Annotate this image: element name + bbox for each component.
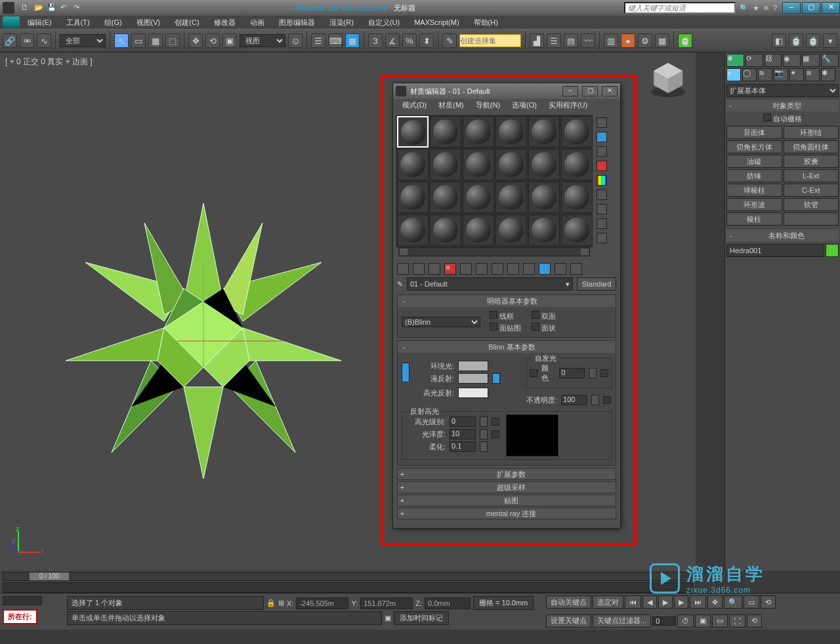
- rollout-toggle[interactable]: -: [726, 102, 734, 110]
- autokey-button[interactable]: 自动关键点: [546, 595, 591, 609]
- make-unique-icon[interactable]: [476, 263, 488, 275]
- align-icon[interactable]: ☰: [547, 33, 561, 48]
- maxscript-mini-listener[interactable]: [3, 596, 42, 605]
- 2sided-checkbox[interactable]: [532, 311, 539, 319]
- isolate-icon[interactable]: ▣: [385, 614, 391, 622]
- lock-icon[interactable]: 🔒: [266, 599, 276, 607]
- layers-icon[interactable]: ▤: [564, 33, 578, 48]
- selected-button[interactable]: 选定对: [593, 595, 623, 609]
- rollout-toggle[interactable]: -: [726, 231, 734, 239]
- go-parent-icon[interactable]: [555, 263, 566, 275]
- objtype-button[interactable]: 切角圆柱体: [784, 140, 839, 153]
- sample-slot[interactable]: [528, 116, 560, 148]
- get-material-icon[interactable]: [397, 263, 409, 275]
- category-select[interactable]: 扩展基本体: [726, 84, 839, 97]
- objtype-button[interactable]: C-Ext: [784, 184, 839, 197]
- keyfilter-button[interactable]: 关键点过滤器...: [593, 614, 651, 628]
- add-time-tag[interactable]: 添加时间标记: [394, 611, 449, 625]
- matmap-nav-icon[interactable]: [597, 233, 607, 243]
- time-slider[interactable]: 0 / 100: [3, 572, 693, 581]
- schematic-icon[interactable]: ▥: [604, 33, 618, 48]
- undo-icon[interactable]: ↶: [60, 3, 70, 12]
- selfillum-color-checkbox[interactable]: [530, 369, 537, 377]
- objtype-button[interactable]: 球棱柱: [726, 184, 782, 197]
- sample-slot[interactable]: [561, 214, 593, 246]
- pivot-icon[interactable]: ⊙: [288, 33, 303, 48]
- menu-rendering[interactable]: 渲染(R): [323, 16, 360, 29]
- sample-slot[interactable]: [495, 214, 527, 246]
- sample-slot[interactable]: [463, 214, 494, 246]
- selfillum-map-button[interactable]: [600, 369, 608, 377]
- rollout-toggle[interactable]: -: [400, 297, 408, 305]
- angle-snap-icon[interactable]: ∡: [385, 33, 400, 48]
- help-search-input[interactable]: [624, 2, 736, 14]
- show-end-icon[interactable]: [539, 263, 551, 275]
- mateditor-minimize-button[interactable]: –: [562, 86, 578, 96]
- rendered-frame-icon[interactable]: ▦: [655, 33, 669, 48]
- objtype-button[interactable]: 切角长方体: [726, 140, 782, 153]
- sample-slot[interactable]: [463, 149, 494, 180]
- open-icon[interactable]: 📂: [34, 3, 43, 12]
- make-copy-icon[interactable]: [460, 263, 472, 275]
- gloss-spinner[interactable]: 10: [450, 429, 476, 439]
- redo-icon[interactable]: ↷: [74, 3, 83, 12]
- sample-slot[interactable]: [528, 214, 560, 246]
- mateditor-maximize-button[interactable]: ▢: [582, 86, 598, 96]
- sample-slot[interactable]: [430, 116, 461, 148]
- tab-modify[interactable]: ⟳: [746, 54, 763, 67]
- video-color-icon[interactable]: [597, 175, 607, 186]
- object-name-input[interactable]: [726, 244, 824, 257]
- sample-slot[interactable]: [463, 116, 494, 148]
- menu-tools[interactable]: 工具(T): [60, 16, 96, 29]
- objtype-button[interactable]: 胶囊: [784, 155, 839, 168]
- search-icon[interactable]: 🔍: [740, 4, 749, 12]
- menu-customize[interactable]: 自定义(U): [362, 16, 406, 29]
- sample-slot[interactable]: [397, 116, 429, 148]
- spacewarps-icon[interactable]: ≋: [805, 68, 820, 81]
- coord-display-icon[interactable]: ⊞: [278, 599, 284, 607]
- rollout-supersample[interactable]: +超级采样: [397, 481, 616, 493]
- move-icon[interactable]: ✥: [188, 33, 203, 48]
- lock-ambient-diffuse-icon[interactable]: [402, 363, 410, 382]
- object-color-swatch[interactable]: [826, 244, 839, 257]
- menu-create[interactable]: 创建(C): [168, 16, 205, 29]
- rollout-maps[interactable]: +贴图: [397, 494, 616, 506]
- help-icon[interactable]: ?: [773, 4, 777, 12]
- select-icon[interactable]: ↖: [114, 33, 129, 48]
- setkey-button[interactable]: 设置关键点: [546, 614, 591, 628]
- tab-create[interactable]: ✺: [726, 54, 744, 67]
- link-icon[interactable]: 🔗: [3, 33, 17, 48]
- nav-zoomext-icon[interactable]: ▣: [695, 614, 711, 628]
- put-to-scene-icon[interactable]: [413, 263, 425, 275]
- refsys-select[interactable]: 视图: [240, 34, 285, 47]
- viewport-label[interactable]: [ + 0 正交 0 真实 + 边面 ]: [5, 56, 93, 68]
- sample-slot[interactable]: [430, 149, 461, 180]
- new-icon[interactable]: 🗋: [21, 3, 30, 12]
- sample-slot[interactable]: [397, 182, 429, 213]
- objtype-button[interactable]: 异面体: [726, 126, 782, 139]
- objtype-button[interactable]: 纺锤: [726, 169, 782, 182]
- objtype-button[interactable]: L-Ext: [784, 169, 839, 182]
- rotate-icon[interactable]: ⟲: [205, 33, 220, 48]
- eyedropper-icon[interactable]: ✎: [397, 280, 403, 289]
- objtype-button[interactable]: 油罐: [726, 155, 782, 168]
- sample-slot[interactable]: [495, 182, 527, 213]
- material-type-button[interactable]: Standard: [577, 277, 616, 291]
- soften-spinner[interactable]: 0.1: [450, 441, 476, 452]
- reset-map-icon[interactable]: ✕: [444, 263, 456, 275]
- lights-icon[interactable]: ≋: [758, 68, 772, 81]
- keyboard-icon[interactable]: ⌨: [328, 33, 343, 48]
- sample-slot[interactable]: [528, 182, 560, 213]
- speclevel-spinner[interactable]: 0: [450, 416, 476, 427]
- opacity-spinner[interactable]: 100: [561, 395, 587, 405]
- objtype-button[interactable]: [784, 212, 839, 226]
- edit-named-sel-icon[interactable]: ✎: [442, 33, 457, 48]
- matmenu-options[interactable]: 选项(O): [507, 99, 542, 112]
- facemap-checkbox[interactable]: [490, 323, 497, 331]
- objtype-button[interactable]: 环形波: [726, 198, 782, 211]
- sample-hscroll[interactable]: [398, 247, 590, 256]
- render-icon[interactable]: 🍵: [678, 33, 692, 48]
- menu-maxscript[interactable]: MAXScript(M): [408, 17, 465, 28]
- manipulate-icon[interactable]: ☰: [311, 33, 326, 48]
- goto-start-icon[interactable]: ⏮: [625, 595, 641, 609]
